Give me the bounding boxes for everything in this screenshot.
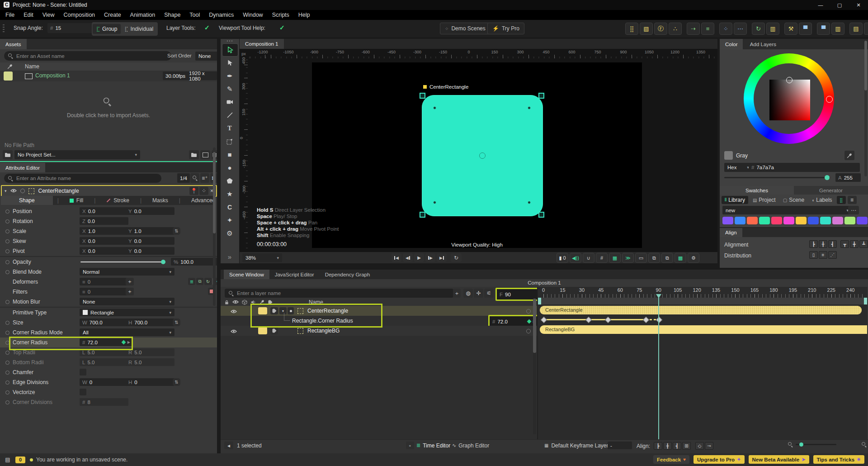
attribute-row-top-radii[interactable]: Top RadiiL5.0R5.0 (0, 347, 217, 357)
keyframe-circle[interactable] (5, 321, 9, 325)
value-field[interactable]: X0.0 (80, 207, 128, 215)
align-bottom-button[interactable]: ┻ (859, 240, 868, 248)
keyframe-90[interactable] (656, 317, 662, 323)
tool-settings[interactable]: ⚙ (222, 227, 237, 239)
value-field[interactable]: Y1.0 (126, 227, 175, 235)
motion-path-icon[interactable]: ⇢ (687, 23, 700, 35)
text-box-icon[interactable]: ▥ (766, 23, 779, 35)
grid-cells-icon[interactable]: ▦ (864, 23, 868, 35)
time-editor-button[interactable]: ≣ Time Editor (416, 442, 450, 449)
frame-f-icon[interactable]: Ⓕ (654, 23, 667, 35)
menu-help[interactable]: Help (294, 12, 315, 18)
demo-scenes-button[interactable]: ⁘ Demo Scenes (440, 23, 491, 34)
attribute-row-blend-mode[interactable]: Blend ModeNormal▾ (0, 267, 217, 277)
layer-name[interactable]: RectangleBG (307, 328, 340, 334)
menu-file[interactable]: File (1, 12, 19, 18)
menu-create[interactable]: Create (99, 12, 126, 18)
hue-selector[interactable] (826, 96, 833, 103)
attribute-row-bottom-radii[interactable]: Bottom RadiiL5.0R5.0 (0, 357, 217, 367)
audio-icon[interactable]: ◀)) (570, 253, 581, 263)
kf-link-button[interactable]: ⊸ (705, 442, 713, 450)
align-center-h-button[interactable]: ╂ (819, 240, 827, 248)
eye-icon[interactable] (231, 328, 237, 335)
project-button[interactable]: ▤Project (750, 196, 778, 204)
swatch-3a57e8[interactable] (808, 217, 819, 224)
current-color-swatch[interactable] (724, 151, 733, 160)
library-button[interactable]: ⫴Library (722, 196, 748, 204)
step-forward-button[interactable]: ▶ (425, 253, 435, 262)
attribute-row-deformers[interactable]: Deformers≡0＋≣⧉↻∿ (0, 277, 217, 287)
tool-direct-select[interactable] (222, 57, 237, 69)
canvas[interactable]: CenterRectangle Hold S Direct Layer Sele… (248, 58, 717, 252)
status-button-upgrade-to-pro[interactable]: Upgrade to Pro✦ (693, 455, 744, 464)
timeline-zoom-slider[interactable] (796, 444, 836, 445)
keyframe-circle[interactable] (5, 229, 9, 233)
collapse-button[interactable]: ◂ (224, 442, 233, 449)
add-attribute-button[interactable]: ≡⁺ (200, 173, 209, 183)
keyframe-circle[interactable] (5, 249, 9, 253)
grid-icon[interactable]: # (596, 253, 608, 263)
zoom-in-icon[interactable] (862, 442, 867, 447)
status-button-feedback[interactable]: Feedback♥ (653, 455, 689, 464)
work-area-start-handle[interactable] (538, 298, 541, 304)
scene-log-icon[interactable]: ▤ (4, 456, 12, 463)
tool-arc[interactable]: C (222, 201, 237, 213)
pivot-icon[interactable] (479, 152, 486, 159)
keyframe-circle[interactable] (5, 390, 9, 395)
solo-circle-icon[interactable] (20, 189, 25, 193)
scene-button[interactable]: ▢Scene (780, 196, 807, 204)
value-field[interactable]: L5.0 (80, 348, 128, 356)
play-button[interactable]: ▶ (414, 253, 424, 262)
attribute-row-vectorize[interactable]: Vectorize (0, 387, 217, 397)
status-button-tips-and-tricks[interactable]: Tips and Tricks☀ (813, 455, 864, 464)
kf-align-mid-button[interactable]: ╂ (663, 442, 672, 450)
value-field[interactable]: W700.0 (80, 319, 128, 326)
value-field[interactable]: L5.0 (80, 358, 128, 366)
attribute-row-chamfer[interactable]: Chamfer (0, 367, 217, 377)
tool-star[interactable]: ★ (222, 188, 237, 200)
tool-camera[interactable] (222, 96, 237, 108)
swatch-set-select[interactable]: new▾ (722, 206, 852, 214)
swatch-2ee6a8[interactable] (759, 217, 770, 224)
alpha-value[interactable]: A 255 (835, 173, 861, 182)
opacity-slider[interactable] (80, 262, 165, 262)
skip-end-button[interactable]: ▶ (437, 253, 447, 262)
link-toggle[interactable]: ⇅ (173, 319, 180, 326)
sort-order-select[interactable]: None▾ (195, 52, 217, 61)
attribute-row-edge-divisions[interactable]: Edge DivisionsW0H0⇅ (0, 377, 217, 387)
radius-handle-br[interactable] (528, 201, 531, 204)
interp-field[interactable]: - (608, 442, 632, 449)
asset-name[interactable]: Composition 1 (35, 72, 70, 79)
tool-text[interactable]: T (222, 122, 237, 134)
kf-snap-button[interactable]: ◇ (695, 442, 704, 450)
color-mode-select[interactable]: Hex▾ (724, 163, 752, 172)
layer-color-swatch[interactable] (258, 307, 267, 314)
tab-attribute-editor[interactable]: Attribute Editor (0, 163, 45, 172)
tab-scene-window[interactable]: Scene Window (224, 270, 269, 279)
value-field[interactable]: H700.0 (126, 319, 175, 326)
alpha-slider[interactable] (724, 177, 830, 178)
attribute-row-scale[interactable]: ScaleX1.0Y1.0⇅ (0, 226, 217, 236)
menu-tool[interactable]: Tool (185, 12, 204, 18)
warning-count-badge[interactable]: 0 (15, 456, 25, 463)
value-field[interactable]: R5.0 (126, 348, 175, 356)
align-right-button[interactable]: ┫ (828, 240, 837, 248)
add-item-button[interactable]: ＋ (126, 278, 134, 285)
keyframe-circle[interactable] (5, 209, 9, 214)
tab-add-layers[interactable]: Add Layers (745, 39, 782, 49)
box-3d-icon[interactable]: ▧ (640, 23, 653, 35)
add-layer-button[interactable]: ＋ (453, 289, 461, 298)
menu-window[interactable]: Window (238, 12, 267, 18)
value-field[interactable]: W0 (80, 378, 128, 386)
eye-icon[interactable] (231, 309, 237, 315)
distribute-scatter-button[interactable]: ⋰ (828, 251, 837, 259)
attribute-row-position[interactable]: PositionX0.0Y0.0 (0, 206, 217, 216)
keyframe-circle[interactable] (5, 331, 9, 335)
graph-editor-button[interactable]: ∿ Graph Editor (452, 442, 489, 449)
attribute-row-motion-blur[interactable]: Motion BlurNone▾ (0, 297, 217, 307)
value-field[interactable]: X0.0 (80, 247, 128, 255)
rows-icon[interactable]: ▤ (849, 23, 863, 35)
align-top-first-icon[interactable]: ▀ (799, 23, 812, 35)
render-circle-icon[interactable] (526, 329, 531, 333)
snap-angle-input[interactable]: # 15 (47, 23, 93, 33)
